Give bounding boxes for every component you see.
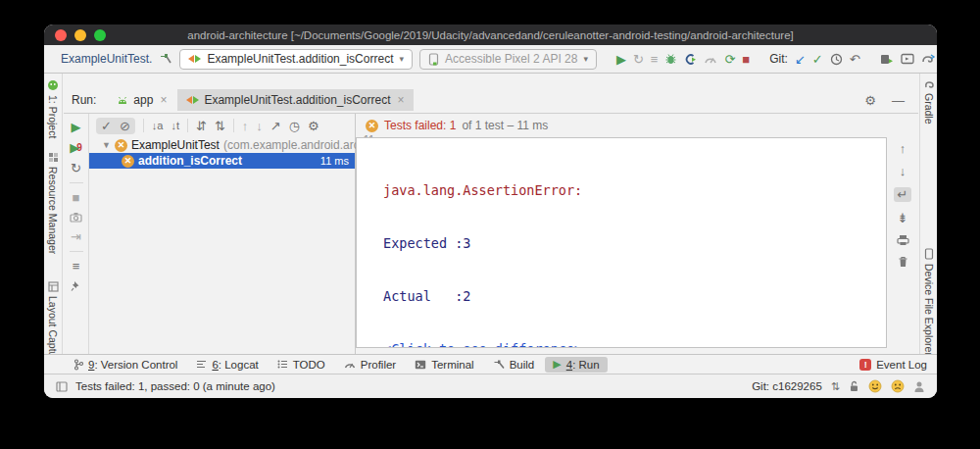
sort-by-duration-icon[interactable]: ↓t — [171, 121, 179, 131]
gradle-sync-icon[interactable]: ⟳ — [724, 53, 735, 66]
previous-failed-icon[interactable]: ↑ — [242, 120, 249, 132]
dump-threads-icon[interactable] — [70, 212, 82, 223]
export-test-results-icon[interactable]: ↗ — [270, 120, 281, 132]
profiler-icon[interactable] — [704, 54, 717, 65]
pin-tab-icon[interactable] — [71, 280, 81, 292]
main-area: 1: Project Resource Manager Layout Captu… — [44, 74, 937, 354]
toolwindow-version-control[interactable]: 9: Version Control — [66, 357, 185, 373]
next-failed-icon[interactable]: ↓ — [256, 120, 263, 132]
rerun-button[interactable]: ▶ — [72, 121, 81, 133]
rollback-button[interactable]: ↶ — [850, 53, 860, 66]
failed-count-badge: 9 — [76, 142, 82, 153]
minimize-panel-icon[interactable]: — — [892, 94, 905, 107]
virtual-device-icon[interactable] — [901, 53, 914, 65]
test-case-row[interactable]: ✕ addition_isCorrect 11 ms — [89, 153, 355, 169]
debug-button[interactable] — [664, 53, 677, 66]
right-toolwindow-bar: Gradle Device File Explorer — [919, 74, 937, 354]
ide-window: android-architecture [~/Documents/Google… — [44, 25, 937, 398]
history-button[interactable] — [830, 53, 843, 66]
clear-console-trash-icon[interactable] — [898, 256, 908, 268]
toggle-auto-test-icon[interactable]: ↻ — [71, 162, 81, 175]
test-name: addition_isCorrect — [138, 154, 242, 168]
update-project-button[interactable]: ↙ — [795, 53, 806, 66]
settings-gear-icon[interactable]: ⚙ — [864, 94, 876, 107]
apply-code-changes-icon[interactable]: ≡ — [651, 53, 659, 66]
device-select[interactable]: Accessible Pixel 2 API 28 ▾ — [419, 49, 597, 70]
test-tree-pane: ✓ ⊘ ↓a ↓t ⇵ ⇅ ↑ ↓ ↗ ◷ ⚙ — [89, 114, 356, 354]
test-failed-icon: ✕ — [122, 155, 134, 168]
attach-profiler-button[interactable] — [684, 53, 697, 66]
expand-all-icon[interactable]: ⇵ — [196, 120, 207, 132]
sad-face-icon[interactable] — [891, 379, 905, 393]
stop-button[interactable]: ■ — [742, 53, 750, 66]
restore-layout-icon[interactable]: ≡ — [73, 260, 80, 273]
tests-summary-text: of 1 test – 11 ms — [462, 119, 548, 132]
gradle-icon — [923, 79, 935, 89]
filter-toggle-group: ✓ ⊘ — [96, 118, 135, 134]
run-button[interactable]: ▶ — [616, 53, 626, 66]
test-suite-row[interactable]: ▼ ✕ ExampleUnitTest (com.example.android… — [89, 137, 355, 153]
happy-face-icon[interactable] — [868, 379, 882, 393]
toolwindow-build[interactable]: Build — [485, 357, 543, 373]
tab-app[interactable]: app × — [108, 89, 175, 111]
run-configuration-select[interactable]: ExampleUnitTest.addition_isCorrect ▾ — [179, 49, 413, 70]
commit-button[interactable]: ✓ — [812, 53, 823, 66]
sidebar-item-device-file-explorer[interactable]: Device File Explorer — [920, 248, 937, 356]
toolwindow-toggle-icon[interactable] — [56, 381, 68, 392]
toolbar-separator — [187, 119, 188, 132]
test-history-icon[interactable]: ◷ — [289, 120, 300, 132]
sort-alphabetically-icon[interactable]: ↓a — [152, 121, 164, 131]
git-branch-widget[interactable]: Git: c1629265 — [752, 380, 822, 392]
tab-label: ExampleUnitTest.addition_isCorrect — [204, 93, 390, 107]
sidebar-item-resource-manager[interactable]: Resource Manager — [44, 152, 62, 254]
event-log-button[interactable]: ! Event Log — [859, 359, 927, 371]
terminal-icon — [415, 360, 426, 370]
strip-separator — [70, 251, 83, 252]
sidebar-item-gradle[interactable]: Gradle — [920, 79, 937, 125]
import-tests-icon[interactable]: ⇥ — [71, 230, 81, 243]
logcat-icon — [196, 360, 207, 369]
close-tab-icon[interactable]: × — [160, 93, 167, 107]
sync-gradle-icon[interactable] — [921, 53, 936, 66]
toolwindow-profiler[interactable]: Profiler — [336, 357, 404, 373]
tree-options-gear-icon[interactable]: ⚙ — [308, 120, 319, 132]
tab-test-run[interactable]: ExampleUnitTest.addition_isCorrect × — [177, 89, 413, 111]
user-silhouette-icon[interactable] — [913, 380, 925, 393]
phone-icon — [428, 53, 439, 66]
close-tab-icon[interactable]: × — [398, 93, 405, 107]
suite-name: ExampleUnitTest — [131, 138, 220, 152]
toolwindow-run[interactable]: ▶ 4: Run — [545, 357, 607, 373]
see-difference-link[interactable]: <Click to see difference> — [383, 341, 582, 348]
sidebar-item-label: Resource Manager — [47, 167, 59, 254]
stop-process-button[interactable]: ■ — [73, 191, 80, 204]
print-icon[interactable] — [897, 234, 909, 246]
breadcrumb[interactable]: ExampleUnitTest. — [61, 52, 152, 66]
rerun-failed-tests-button[interactable]: ▶9 — [70, 141, 82, 154]
sidebar-item-label: 1: Project — [47, 95, 59, 138]
console-line: Actual :2 — [383, 287, 880, 305]
scroll-to-end-icon[interactable]: ⇟ — [898, 212, 908, 224]
hammer-icon[interactable] — [159, 52, 172, 66]
soft-wrap-toggle[interactable]: ↵ — [894, 187, 912, 202]
collapse-all-icon[interactable]: ⇅ — [215, 120, 225, 132]
show-ignored-toggle[interactable]: ⊘ — [120, 120, 130, 132]
console-output[interactable]: java.lang.AssertionError: Expected :3 Ac… — [356, 137, 887, 348]
branch-icon — [74, 359, 83, 371]
sidebar-item-project[interactable]: 1: Project — [44, 79, 62, 138]
expand-arrow-icon[interactable]: ▼ — [102, 140, 111, 150]
git-label: Git: — [769, 52, 788, 66]
scroll-up-icon[interactable]: ↑ — [900, 142, 906, 155]
toolwindow-logcat[interactable]: 6: Logcat — [188, 357, 266, 373]
chevron-down-icon: ▾ — [583, 54, 588, 64]
device-manager-icon[interactable] — [880, 53, 894, 66]
toolwindow-label: : Logcat — [219, 359, 259, 371]
suite-package: (com.example.android.arc — [223, 138, 360, 152]
unlocked-icon[interactable] — [849, 380, 859, 392]
scroll-down-icon[interactable]: ↓ — [900, 165, 906, 177]
todo-icon — [277, 360, 288, 369]
apply-changes-icon[interactable]: ↻ — [633, 53, 644, 66]
toolwindow-todo[interactable]: TODO — [270, 357, 333, 373]
toolwindow-terminal[interactable]: Terminal — [407, 357, 481, 373]
show-passed-toggle[interactable]: ✓ — [101, 120, 112, 132]
test-config-icon — [186, 96, 199, 104]
